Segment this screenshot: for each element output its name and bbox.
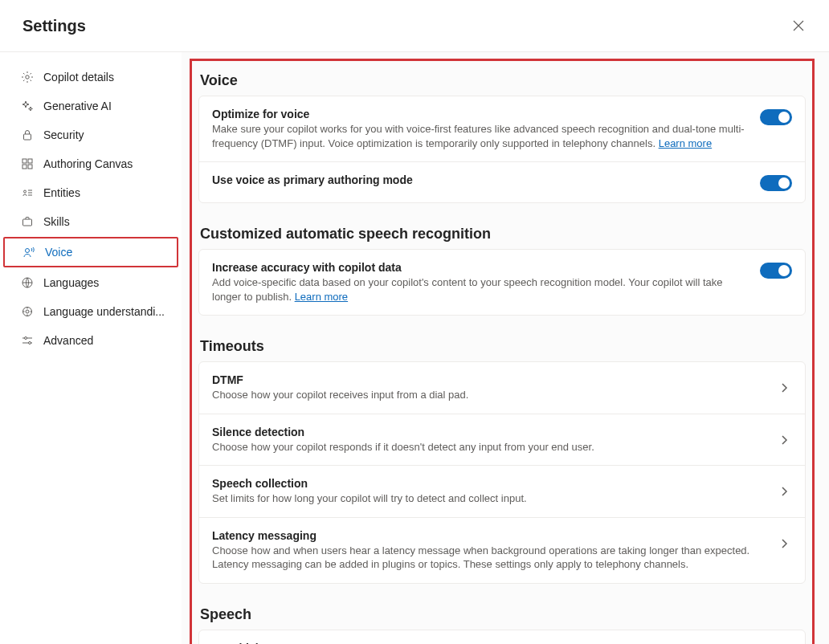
briefcase-icon bbox=[21, 215, 34, 228]
setting-description: Add voice-specific data based on your co… bbox=[212, 275, 750, 304]
sidebar-item-skills[interactable]: Skills bbox=[3, 208, 178, 235]
svg-rect-1 bbox=[24, 134, 31, 140]
setting-title: DTMF bbox=[212, 373, 766, 386]
sidebar-item-label: Skills bbox=[43, 215, 70, 228]
close-button[interactable] bbox=[787, 14, 810, 37]
setting-title: Optimize for voice bbox=[212, 108, 750, 120]
sidebar-item-generative-ai[interactable]: Generative AI bbox=[3, 92, 178, 120]
section-heading-asr: Customized automatic speech recognition bbox=[198, 221, 806, 249]
sidebar-item-languages[interactable]: Languages bbox=[3, 269, 178, 296]
sparkle-icon bbox=[21, 100, 34, 112]
main-content: Voice Optimize for voice Make sure your … bbox=[182, 52, 829, 644]
setting-description: Choose how your copilot receives input f… bbox=[212, 388, 766, 402]
svg-rect-5 bbox=[28, 165, 32, 169]
card-asr: Increase accuracy with copilot data Add … bbox=[198, 249, 806, 316]
svg-point-12 bbox=[29, 342, 31, 344]
svg-point-10 bbox=[26, 310, 29, 313]
page-title: Settings bbox=[22, 17, 86, 35]
sidebar-item-label: Generative AI bbox=[43, 100, 112, 112]
sidebar-item-language-understanding[interactable]: Language understandi... bbox=[3, 298, 178, 325]
brain-icon bbox=[21, 305, 34, 318]
sidebar-item-copilot-details[interactable]: Copilot details bbox=[3, 63, 178, 91]
chevron-right-icon bbox=[776, 536, 792, 552]
sidebar-item-entities[interactable]: Entities bbox=[3, 179, 178, 206]
svg-rect-2 bbox=[22, 159, 27, 163]
setting-description: Make sure your copilot works for you wit… bbox=[212, 122, 750, 150]
sidebar-item-voice[interactable]: Voice bbox=[3, 237, 178, 267]
row-dtmf[interactable]: DTMF Choose how your copilot receives in… bbox=[199, 362, 805, 414]
chevron-right-icon bbox=[776, 380, 792, 396]
sidebar-item-label: Languages bbox=[43, 276, 99, 289]
svg-rect-3 bbox=[28, 159, 32, 163]
grid-icon bbox=[21, 157, 34, 170]
chevron-right-icon bbox=[776, 483, 792, 499]
close-icon bbox=[793, 20, 804, 31]
learn-more-link[interactable]: Learn more bbox=[295, 291, 348, 303]
svg-point-0 bbox=[26, 75, 29, 79]
setting-title: Use voice as primary authoring mode bbox=[212, 173, 750, 186]
setting-title: Speech collection bbox=[212, 477, 766, 490]
voice-icon bbox=[22, 246, 35, 259]
section-heading-speech: Speech bbox=[198, 601, 806, 630]
row-sensitivity[interactable]: Sensitivity Controls the level of sensit… bbox=[199, 630, 805, 644]
sidebar-item-label: Authoring Canvas bbox=[43, 157, 133, 170]
gear-icon bbox=[21, 71, 34, 84]
setting-title: Silence detection bbox=[212, 426, 766, 438]
lock-icon bbox=[21, 128, 34, 141]
sidebar-item-security[interactable]: Security bbox=[3, 121, 178, 149]
sidebar-item-label: Language understandi... bbox=[43, 305, 165, 318]
sidebar-item-label: Copilot details bbox=[43, 71, 114, 84]
setting-description: Choose how your copilot responds if it d… bbox=[212, 440, 766, 454]
svg-point-7 bbox=[26, 249, 30, 253]
learn-more-link[interactable]: Learn more bbox=[659, 137, 712, 149]
text-icon bbox=[21, 186, 34, 199]
toggle-voice-primary-authoring[interactable] bbox=[760, 175, 792, 191]
sliders-icon bbox=[21, 334, 34, 347]
row-increase-accuracy: Increase accuracy with copilot data Add … bbox=[199, 250, 805, 315]
setting-title: Latency messaging bbox=[212, 529, 766, 542]
svg-rect-6 bbox=[23, 219, 32, 226]
card-voice-settings: Optimize for voice Make sure your copilo… bbox=[198, 96, 806, 203]
sidebar-item-label: Security bbox=[43, 128, 84, 141]
toggle-increase-accuracy[interactable] bbox=[760, 263, 792, 279]
sidebar-item-authoring-canvas[interactable]: Authoring Canvas bbox=[3, 150, 178, 177]
header: Settings bbox=[0, 0, 829, 52]
toggle-optimize-for-voice[interactable] bbox=[760, 109, 792, 125]
chevron-right-icon bbox=[776, 432, 792, 448]
sidebar-item-label: Entities bbox=[43, 186, 80, 199]
sidebar-item-advanced[interactable]: Advanced bbox=[3, 327, 178, 354]
svg-rect-4 bbox=[22, 165, 27, 169]
row-latency-messaging[interactable]: Latency messaging Choose how and when us… bbox=[199, 517, 805, 583]
globe-icon bbox=[21, 276, 34, 289]
sidebar: Copilot details Generative AI Security A… bbox=[0, 52, 182, 644]
svg-point-11 bbox=[25, 337, 27, 340]
row-voice-primary-authoring: Use voice as primary authoring mode bbox=[199, 161, 805, 202]
card-timeouts: DTMF Choose how your copilot receives in… bbox=[198, 361, 806, 584]
setting-title: Increase accuracy with copilot data bbox=[212, 261, 750, 274]
card-speech: Sensitivity Controls the level of sensit… bbox=[198, 630, 806, 644]
setting-description: Choose how and when users hear a latency… bbox=[212, 544, 766, 572]
row-optimize-for-voice: Optimize for voice Make sure your copilo… bbox=[199, 96, 805, 161]
sidebar-item-label: Voice bbox=[45, 246, 72, 259]
section-heading-voice: Voice bbox=[198, 67, 806, 96]
setting-description: Set limits for how long your copilot wil… bbox=[212, 491, 766, 506]
row-silence-detection[interactable]: Silence detection Choose how your copilo… bbox=[199, 414, 805, 466]
row-speech-collection[interactable]: Speech collection Set limits for how lon… bbox=[199, 465, 805, 517]
section-heading-timeouts: Timeouts bbox=[198, 333, 806, 361]
sidebar-item-label: Advanced bbox=[43, 334, 93, 347]
